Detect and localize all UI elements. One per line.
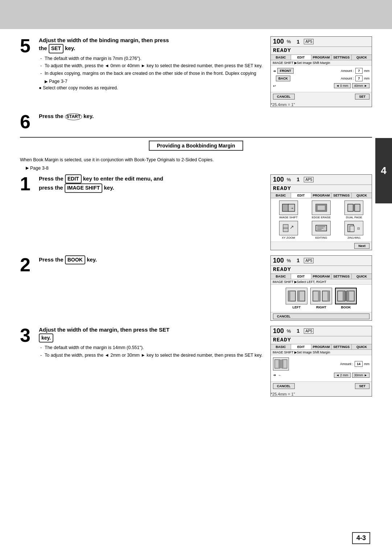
ui1b-xyzoom-label: XY ZOOM bbox=[282, 236, 295, 239]
ui1b-tab-program[interactable]: PROGRAM bbox=[311, 193, 332, 198]
ui5-tab-basic[interactable]: BASIC bbox=[271, 55, 291, 60]
ui1b-edgeerase-item: EDGE ERASE bbox=[306, 200, 336, 219]
svg-rect-8 bbox=[348, 204, 353, 211]
ui2b-right-item: RIGHT bbox=[310, 288, 332, 309]
ui3b-tabs[interactable]: BASIC EDIT PROGRAM SETTINGS QUICK bbox=[271, 344, 372, 350]
page-number-bottom: 4-3 bbox=[352, 532, 370, 544]
ui3b-tab-program[interactable]: PROGRAM bbox=[311, 344, 332, 349]
ui5-cancel-btn[interactable]: CANCEL bbox=[273, 94, 295, 100]
svg-text:↗: ↗ bbox=[290, 224, 294, 230]
ui5-front-amount-label: Amount : bbox=[341, 69, 354, 73]
ui5-front-mm: mm bbox=[364, 69, 369, 73]
ui2b-cancel-btn[interactable]: CANCEL bbox=[273, 313, 369, 319]
ui5-back-icon: ↩ bbox=[273, 84, 276, 88]
ui3b-tab-edit[interactable]: EDIT bbox=[291, 344, 311, 349]
step-5-title: Adjust the width of the binding margin, … bbox=[39, 36, 264, 53]
ui3b-cancel-btn[interactable]: CANCEL bbox=[273, 383, 295, 389]
step-2b-left: 2 Press the BOOK key. 100 % 1 bbox=[20, 255, 372, 321]
ui1b-dualpage-icon[interactable] bbox=[344, 200, 363, 215]
step-5-arrow-note: Page 3-7 bbox=[45, 79, 264, 84]
ui3b-tab-basic[interactable]: BASIC bbox=[271, 344, 291, 349]
svg-text:⇥: ⇥ bbox=[290, 207, 293, 210]
ui3b-stepper-left[interactable]: ◄ 2 mm bbox=[334, 373, 351, 378]
section-title-box: Providing a Bookbinding Margin bbox=[149, 141, 243, 151]
ui3b-tab-quick[interactable]: QUICK bbox=[352, 344, 372, 349]
ui5-front-row: ➜ FRONT Amount : 7 mm bbox=[273, 68, 369, 74]
ui5-stepper-right[interactable]: 40mm ► bbox=[352, 83, 369, 88]
ui5-set-btn[interactable]: SET bbox=[355, 94, 369, 100]
ui2b-left-label: LEFT bbox=[293, 305, 301, 309]
step-1b-content: Press the EDIT key to enter the edit men… bbox=[39, 174, 264, 195]
edit-key-box: EDIT bbox=[65, 174, 82, 184]
ui3b-set-btn[interactable]: SET bbox=[355, 383, 369, 389]
ui1b-tab-settings[interactable]: SETTINGS bbox=[331, 193, 352, 198]
ui2b-right-icon[interactable] bbox=[310, 288, 332, 304]
svg-rect-38 bbox=[282, 360, 283, 368]
step-5-row: 5 Adjust the width of the binding margin… bbox=[20, 36, 372, 107]
ui5-ready: READY bbox=[271, 47, 372, 55]
svg-rect-33 bbox=[348, 291, 349, 301]
step-5-bullet-2: To adjust the width, press the ◄ 0mm or … bbox=[39, 63, 264, 69]
ui1b-tabs[interactable]: BASIC EDIT PROGRAM SETTINGS QUICK bbox=[271, 193, 372, 198]
step-1b-section: 1 Press the EDIT key to enter the edit m… bbox=[20, 174, 372, 250]
ui2b-tab-program[interactable]: PROGRAM bbox=[311, 274, 332, 279]
section-arrow: Page 3-8 bbox=[26, 166, 372, 171]
ui5-back-btn[interactable]: BACK bbox=[276, 76, 290, 81]
ui1b-tab-edit[interactable]: EDIT bbox=[291, 193, 311, 198]
step-5-bullet-1: The default width of the margin is 7mm (… bbox=[39, 56, 264, 62]
ui5-stepper-row: ↩ ◄ 0 mm 40mm ► bbox=[273, 83, 369, 88]
ui1b-xyzoom-icon[interactable]: ↗ bbox=[279, 221, 298, 235]
ui2b-tab-basic[interactable]: BASIC bbox=[271, 274, 291, 279]
ui5-one: 1 bbox=[297, 39, 300, 45]
ui1b-2in1-icon[interactable]: ⊟ bbox=[344, 221, 363, 235]
ui1b-editing-item: EDITING bbox=[306, 221, 336, 239]
ui2b-tab-edit[interactable]: EDIT bbox=[291, 274, 311, 279]
ui2b-left-icon[interactable] bbox=[286, 288, 307, 304]
step-3b-content: Adjust the width of the margin, then pre… bbox=[39, 326, 264, 361]
ui3b-stepper-right[interactable]: 30mm ► bbox=[352, 373, 369, 378]
svg-rect-11 bbox=[283, 224, 288, 228]
ui-panel-1b: 100 % 1 AP5 READY BASIC EDIT PROGRAM SET… bbox=[270, 174, 372, 250]
ui1b-next-row: Next bbox=[271, 242, 372, 250]
ui5-tab-settings[interactable]: SETTINGS bbox=[331, 55, 352, 60]
ui3b-header: 100 % 1 AP5 bbox=[271, 326, 372, 336]
ui5-breadcrumb: IMAGE SHIFT ▶Set Image Shift Margin bbox=[271, 60, 372, 66]
ui3b-arrow-row: ➜ ← ◄ 2 mm 30mm ► bbox=[273, 373, 369, 378]
ui2b-tab-quick[interactable]: QUICK bbox=[352, 274, 372, 279]
ui3b-breadcrumb: IMAGE SHIFT ▶Set Image Shift Margin bbox=[271, 350, 372, 355]
ui1b-next-btn[interactable]: Next bbox=[354, 243, 369, 249]
ui2b-tabs[interactable]: BASIC EDIT PROGRAM SETTINGS QUICK bbox=[271, 274, 372, 279]
svg-rect-32 bbox=[343, 291, 344, 301]
ui2b-ready: READY bbox=[271, 266, 372, 274]
step-3b-bullet-1: The default width of the margin is 14mm … bbox=[39, 345, 264, 351]
step-5-select-note: Select other copy modes as required. bbox=[39, 85, 264, 90]
ui5-front-btn[interactable]: FRONT bbox=[277, 68, 294, 74]
ui1b-icon-grid: ⇥ IMAGE SHIFT EDGE ERASE bbox=[271, 198, 372, 242]
ui5-tab-program[interactable]: PROGRAM bbox=[311, 55, 332, 60]
ui5-tab-quick[interactable]: QUICK bbox=[352, 55, 372, 60]
ui2b-book-label: BOOK bbox=[341, 305, 351, 309]
svg-rect-24 bbox=[298, 291, 300, 301]
ui5-tabs[interactable]: BASIC EDIT PROGRAM SETTINGS QUICK bbox=[271, 55, 372, 60]
ui2b-tab-settings[interactable]: SETTINGS bbox=[331, 274, 352, 279]
start-key: START bbox=[65, 113, 82, 120]
ui5-arrow-icon: ➜ bbox=[273, 69, 276, 73]
ui3b-book-icon bbox=[273, 357, 289, 370]
ui1b-editing-icon[interactable] bbox=[312, 221, 331, 235]
ui5-aps: AP5 bbox=[304, 39, 314, 44]
ui3b-tab-settings[interactable]: SETTINGS bbox=[331, 344, 352, 349]
ui1b-imageshift-icon[interactable]: ⇥ bbox=[279, 200, 298, 215]
ui1b-tab-basic[interactable]: BASIC bbox=[271, 193, 291, 198]
ui5-stepper-left[interactable]: ◄ 0 mm bbox=[334, 83, 351, 88]
ui1b-tab-quick[interactable]: QUICK bbox=[352, 193, 372, 198]
ui-panel-5: 100 % 1 AP5 READY BASIC EDIT PROGRAM SET… bbox=[270, 36, 372, 107]
step-5-number: 5 bbox=[20, 36, 34, 55]
ui1b-header: 100 % 1 AP5 bbox=[271, 175, 372, 185]
svg-rect-19 bbox=[350, 226, 354, 232]
ui1b-edgeerase-icon[interactable] bbox=[312, 200, 331, 215]
ui2b-book-icon[interactable] bbox=[335, 288, 357, 304]
svg-rect-28 bbox=[327, 291, 330, 301]
ui-header-5: 100 % 1 AP5 bbox=[271, 37, 372, 47]
ui5-tab-edit[interactable]: EDIT bbox=[291, 55, 311, 60]
step-3b-title: Adjust the width of the margin, then pre… bbox=[39, 326, 264, 343]
